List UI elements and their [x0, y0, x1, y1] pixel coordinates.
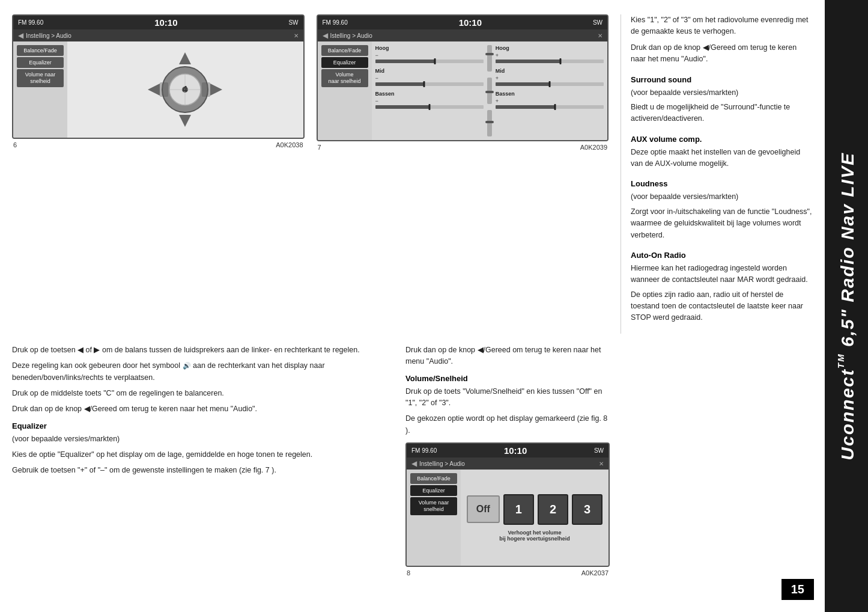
left-para3: Druk op de middelste toets "C" om de reg… — [12, 388, 393, 399]
vs-para2: De gekozen optie wordt op het display ge… — [405, 413, 610, 436]
eq-bassen-plus-right: + — [496, 98, 604, 104]
close-icon8[interactable]: ✕ — [599, 461, 604, 467]
screen8-header: FM 99.60 10:10 SW — [407, 444, 609, 457]
eq-hoog-handle-right — [559, 58, 561, 64]
eq-bassen-label-right: Bassen — [496, 91, 604, 97]
screen8-nav: ◀ Instelling > Audio ✕ — [407, 457, 609, 470]
eq-hoog-minus-left: − — [375, 52, 484, 58]
text-block-eq: (voor bepaalde versies/markten) Kies de … — [12, 433, 393, 477]
screen6-time: 10:10 — [154, 17, 177, 28]
menu8-volume[interactable]: Volume naarsnelheid — [410, 497, 457, 515]
menu6-volume[interactable]: Volume naarsnelheid — [17, 69, 64, 87]
eq-area: Hoog − Mid − — [372, 41, 608, 140]
menu6-equalizer[interactable]: Equalizer — [17, 57, 64, 68]
fig6-label: 6 A0K2038 — [12, 139, 305, 153]
figure7-block: FM 99.60 10:10 SW ◀ Istelling > Audio ✕ — [317, 14, 609, 334]
fig8-code: A0K2037 — [581, 569, 609, 577]
eq-v-slider2 — [487, 78, 492, 104]
menu7-volume[interactable]: Volumenaar snelheid — [321, 69, 368, 87]
eq-mid-label-left: Mid — [375, 68, 484, 74]
eq-hoog-left: Hoog − — [375, 45, 484, 63]
surround-para2: Biedt u de mogelijkheid de "Surround"-fu… — [631, 102, 813, 125]
eq-mid-right: Mid + — [496, 68, 604, 86]
autoon-para2: De opties zijn radio aan, radio uit of h… — [631, 289, 813, 324]
eq-mid-handle-right — [548, 81, 550, 87]
fig7-code: A0K2039 — [580, 144, 607, 151]
page-number-container: 15 — [782, 579, 814, 600]
screen8-time: 10:10 — [504, 445, 527, 456]
vol-btn-off[interactable]: Off — [467, 495, 500, 523]
eq-mid-handle-left — [423, 81, 425, 87]
screen8-freq: FM 99.60 — [411, 447, 437, 454]
screen8-sw: SW — [594, 447, 604, 454]
svg-marker-3 — [210, 84, 222, 96]
screen6-nav: ◀ Instelling > Audio ✕ — [13, 29, 303, 41]
back-arrow-icon7[interactable]: ◀ — [323, 31, 328, 40]
eq-mid-left: Mid − — [375, 68, 484, 86]
screen8-menu: Balance/Fade Equalizer Volume naarsnelhe… — [407, 470, 461, 566]
vol-buttons-row: Off 1 2 3 — [467, 494, 602, 525]
eq-mid-fill-right — [496, 82, 550, 86]
page-main: FM 99.60 10:10 SW ◀ Instelling > Audio ✕ — [0, 0, 825, 612]
eq-hoog-track-right — [496, 60, 604, 63]
eq-hoog-fill-left — [375, 60, 435, 63]
vertical-sidebar: UconnectTM 6,5" Radio Nav LIVE — [825, 0, 868, 612]
eq-bassen-handle-left — [428, 104, 430, 110]
eq-para2: Kies de optie "Equalizer" op het display… — [12, 449, 393, 461]
eq-mid-track-right — [496, 82, 604, 86]
eq-mid-minus-left: − — [375, 75, 484, 81]
close-icon[interactable]: ✕ — [294, 32, 299, 39]
autoon-title: Auto-On Radio — [631, 251, 813, 260]
vol-btn-3[interactable]: 3 — [572, 494, 602, 525]
left-para2: Deze regeling kan ook gebeuren door het … — [12, 360, 393, 384]
fig7-num: 7 — [318, 144, 321, 151]
fig6-code: A0K2038 — [276, 141, 303, 148]
vol-speed-area: Off 1 2 3 Verhoogt het volumebij hogere … — [461, 470, 609, 566]
screen8: FM 99.60 10:10 SW ◀ Instelling > Audio ✕ — [405, 442, 610, 567]
back-arrow-icon[interactable]: ◀ — [18, 31, 23, 40]
screen7-sw: SW — [593, 19, 602, 26]
screen6-sw: SW — [288, 19, 298, 26]
close-icon7[interactable]: ✕ — [598, 32, 602, 39]
eq-bassen-right: Bassen + — [496, 91, 604, 109]
eq-hoog-handle-left — [434, 58, 436, 64]
screen7: FM 99.60 10:10 SW ◀ Istelling > Audio ✕ — [317, 14, 609, 141]
eq-para1: (voor bepaalde versies/markten) — [12, 433, 393, 445]
svg-rect-8 — [202, 82, 210, 97]
eq-v-slider1 — [487, 45, 492, 72]
bottom-section: Druk op de toetsen ◀ of ▶ om de balans t… — [12, 344, 813, 602]
vol-btn-2[interactable]: 2 — [538, 494, 568, 525]
screen6-header: FM 99.60 10:10 SW — [13, 16, 303, 29]
vol-btn-1[interactable]: 1 — [503, 494, 534, 525]
right-intro1: Kies "1", "2" of "3" om het radiovolume … — [631, 14, 813, 38]
menu7-balance[interactable]: Balance/Fade — [321, 45, 368, 56]
svg-text:4: 4 — [183, 84, 187, 94]
loudness-section: Loudness (voor bepaalde versies/markten)… — [631, 179, 813, 241]
screen7-body: Balance/Fade Equalizer Volumenaar snelhe… — [318, 41, 608, 140]
figure8-block: Druk dan op de knop ◀/Gereed om terug te… — [405, 344, 610, 602]
right-intro-section: Kies "1", "2" of "3" om het radiovolume … — [631, 14, 813, 66]
eq-mid-plus-right: + — [496, 75, 604, 81]
figure6-block: FM 99.60 10:10 SW ◀ Instelling > Audio ✕ — [12, 14, 305, 334]
eq-hoog-label-right: Hoog — [496, 45, 604, 51]
menu8-equalizer[interactable]: Equalizer — [410, 485, 457, 496]
screen7-time: 10:10 — [459, 17, 482, 28]
screen7-header: FM 99.60 10:10 SW — [318, 16, 608, 29]
text-block-left: Druk op de toetsen ◀ of ▶ om de balans t… — [12, 344, 393, 415]
figures-row-top: FM 99.60 10:10 SW ◀ Instelling > Audio ✕ — [12, 14, 813, 334]
eq-bassen-track-left — [375, 105, 484, 109]
surround-section: Surround sound (voor bepaalde versies/ma… — [631, 75, 813, 125]
menu6-balance[interactable]: Balance/Fade — [17, 45, 64, 56]
menu7-equalizer[interactable]: Equalizer — [321, 57, 368, 68]
left-para4: Druk dan op de knop ◀/Gereed om terug te… — [12, 403, 393, 415]
back-arrow-icon8[interactable]: ◀ — [411, 459, 417, 468]
menu8-balance[interactable]: Balance/Fade — [410, 473, 457, 484]
loudness-para1: (voor bepaalde versies/markten) — [631, 191, 813, 203]
right-intro2: Druk dan op de knop ◀/Gereed om terug te… — [631, 42, 813, 66]
eq-mid-track-left — [375, 82, 484, 86]
eq-slider-col1 — [487, 45, 492, 136]
eq-v-slider3 — [487, 110, 492, 136]
autoon-section: Auto-On Radio Hiermee kan het radiogedra… — [631, 251, 813, 324]
aux-title: AUX volume comp. — [631, 135, 813, 144]
page: FM 99.60 10:10 SW ◀ Instelling > Audio ✕ — [0, 0, 868, 612]
